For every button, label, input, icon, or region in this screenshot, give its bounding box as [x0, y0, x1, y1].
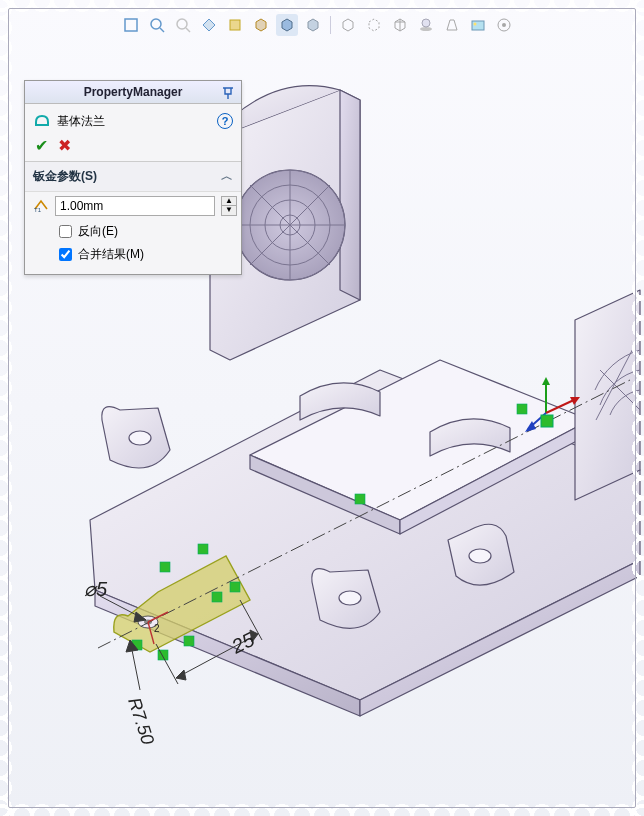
- svg-point-25: [469, 549, 491, 563]
- svg-point-11: [502, 23, 506, 27]
- svg-rect-5: [230, 20, 240, 30]
- svg-rect-26: [355, 494, 365, 504]
- view-toolbar: [120, 14, 515, 36]
- perspective-icon[interactable]: [441, 14, 463, 36]
- svg-point-3: [177, 19, 187, 29]
- svg-line-4: [186, 28, 190, 32]
- svg-point-24: [339, 591, 361, 605]
- pm-title-bar: PropertyManager: [25, 81, 241, 104]
- svg-rect-31: [160, 562, 170, 572]
- pin-icon[interactable]: [219, 84, 237, 102]
- thickness-icon: T1: [33, 197, 49, 216]
- svg-rect-33: [212, 592, 222, 602]
- reverse-label: 反向(E): [78, 223, 118, 240]
- svg-text:T1: T1: [34, 207, 42, 213]
- pm-section-header[interactable]: 钣金参数(S) ︿: [25, 162, 241, 192]
- svg-rect-8: [472, 21, 484, 30]
- hidden-removed-icon[interactable]: [337, 14, 359, 36]
- chevron-up-icon: ︿: [221, 168, 233, 185]
- zoom-fit-icon[interactable]: [120, 14, 142, 36]
- shaded-icon[interactable]: [302, 14, 324, 36]
- merge-checkbox[interactable]: [59, 248, 72, 261]
- spin-down-icon[interactable]: ▼: [222, 206, 236, 215]
- svg-rect-32: [198, 544, 208, 554]
- svg-point-1: [151, 19, 161, 29]
- view-triad[interactable]: [524, 375, 584, 435]
- svg-line-2: [160, 28, 164, 32]
- zoom-previous-icon[interactable]: [172, 14, 194, 36]
- svg-rect-34: [230, 582, 240, 592]
- view-orientation-icon[interactable]: [224, 14, 246, 36]
- render-icon[interactable]: [493, 14, 515, 36]
- thickness-row: T1 ▲ ▼: [25, 192, 241, 220]
- svg-point-7: [422, 19, 430, 27]
- property-manager-panel: PropertyManager 基体法兰 ? ✔ ✖ 钣金参数(S) ︿ T1 …: [24, 80, 242, 275]
- reverse-checkbox[interactable]: [59, 225, 72, 238]
- svg-point-6: [420, 27, 432, 31]
- svg-point-9: [474, 23, 477, 26]
- pm-feature-row: 基体法兰 ?: [25, 104, 241, 134]
- svg-point-23: [129, 431, 151, 445]
- dim-diameter[interactable]: ⌀5: [84, 578, 108, 600]
- thickness-input[interactable]: [55, 196, 215, 216]
- pm-feature-name: 基体法兰: [57, 113, 105, 130]
- scene-icon[interactable]: [467, 14, 489, 36]
- svg-rect-56: [541, 415, 553, 427]
- svg-rect-36: [158, 650, 168, 660]
- pm-title-text: PropertyManager: [84, 85, 183, 99]
- merge-label: 合并结果(M): [78, 246, 144, 263]
- cancel-button[interactable]: ✖: [58, 136, 71, 155]
- merge-check-row: 合并结果(M): [25, 243, 241, 266]
- help-icon[interactable]: ?: [217, 113, 233, 129]
- display-style-icon[interactable]: [250, 14, 272, 36]
- zoom-area-icon[interactable]: [146, 14, 168, 36]
- hidden-visible-icon[interactable]: [363, 14, 385, 36]
- thickness-spinner[interactable]: ▲ ▼: [221, 196, 237, 216]
- pm-confirm-row: ✔ ✖: [25, 134, 241, 162]
- svg-line-52: [546, 399, 576, 413]
- base-flange-icon: [33, 110, 51, 132]
- section-icon[interactable]: [198, 14, 220, 36]
- shaded-edges-icon[interactable]: [276, 14, 298, 36]
- svg-rect-35: [184, 636, 194, 646]
- wireframe-icon[interactable]: [389, 14, 411, 36]
- ok-button[interactable]: ✔: [35, 136, 48, 155]
- svg-text:2: 2: [154, 623, 160, 634]
- svg-rect-0: [125, 19, 137, 31]
- reverse-check-row: 反向(E): [25, 220, 241, 243]
- svg-marker-51: [542, 377, 550, 385]
- pm-section-label: 钣金参数(S): [33, 168, 97, 185]
- shadow-icon[interactable]: [415, 14, 437, 36]
